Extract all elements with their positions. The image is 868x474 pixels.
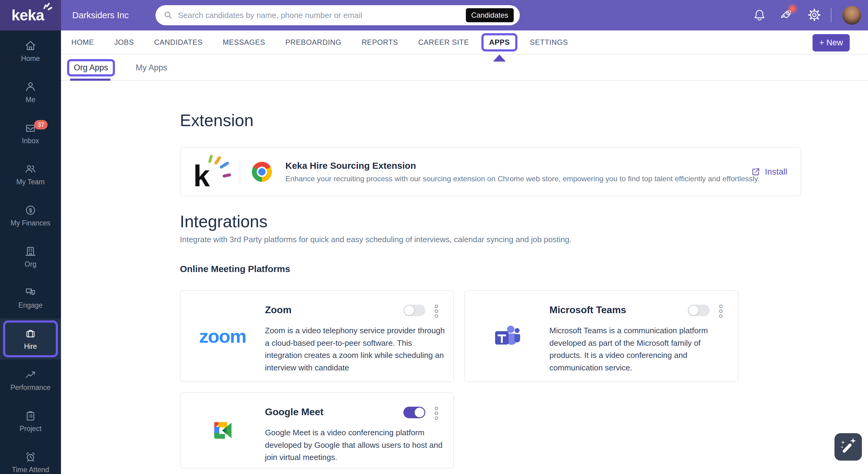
sourcing-extension-card: k Keka Hire Sourcing Extension Enhance y… [180, 147, 801, 196]
trend-up-icon [24, 369, 37, 381]
sidebar-item-engage[interactable]: Engage [0, 277, 61, 318]
magic-wand-icon [835, 434, 862, 460]
sidebar-item-time-attend[interactable]: Time Attend [0, 442, 61, 474]
home-icon [24, 40, 37, 52]
notifications-bell-icon[interactable] [752, 8, 767, 22]
meet-card-description: Google Meet is a video conferencing plat… [265, 427, 445, 464]
tab-home[interactable]: HOME [71, 38, 94, 46]
module-nav: HOME JOBS CANDIDATES MESSAGES PREBOARDIN… [61, 30, 868, 55]
whats-new-rocket-icon[interactable] [779, 8, 793, 22]
keka-hire-app: keka Darksiders Inc Candidates [0, 0, 868, 474]
building-icon [24, 245, 37, 258]
tab-reports[interactable]: REPORTS [362, 38, 398, 46]
briefcase-icon [24, 328, 37, 340]
online-meeting-platforms-heading: Online Meeting Platforms [180, 264, 290, 274]
search-icon [163, 10, 173, 20]
search-scope-badge[interactable]: Candidates [466, 8, 514, 22]
google-meet-logo [181, 393, 265, 468]
sidebar-item-org[interactable]: Org [0, 236, 61, 277]
tab-candidates[interactable]: CANDIDATES [154, 38, 203, 46]
main-content: Extension k Keka Hire Sourcing Extension… [61, 81, 868, 474]
tab-settings[interactable]: SETTINGS [530, 38, 568, 46]
magic-wand-fab[interactable] [834, 433, 862, 461]
external-link-icon [751, 167, 761, 177]
alarm-clock-icon [24, 451, 37, 463]
integration-card-google-meet: Google Meet Google Meet is a video confe… [180, 392, 454, 469]
svg-text:$: $ [29, 207, 32, 213]
extension-card-description: Enhance your recruiting process with our… [285, 174, 760, 183]
top-bar: keka Darksiders Inc Candidates [0, 0, 868, 30]
sidebar-item-performance[interactable]: Performance [0, 360, 61, 401]
zoom-logo: zoom [181, 291, 265, 381]
dollar-circle-icon: $ [24, 204, 37, 216]
extension-heading: Extension [180, 110, 254, 130]
rocket-notification-dot [789, 6, 795, 11]
zoom-card-title: Zoom [265, 304, 291, 315]
subtab-org-apps[interactable]: Org Apps [73, 55, 109, 80]
teams-more-options-icon[interactable] [719, 303, 722, 319]
sidebar: Home Me 37 Inbox My Team $ [0, 30, 61, 474]
extension-card-divider [240, 159, 240, 184]
meet-card-title: Google Meet [265, 406, 323, 418]
zoom-more-options-icon[interactable] [435, 303, 438, 319]
apps-pointer-triangle [493, 55, 506, 62]
teams-card-description: Microsoft Teams is a communication platf… [549, 325, 730, 374]
tab-career-site[interactable]: CAREER SITE [418, 38, 469, 46]
apps-subnav: Org Apps My Apps [61, 55, 868, 81]
zoom-card-description: Zoom is a video telephony service provid… [265, 325, 445, 374]
person-icon [24, 81, 37, 93]
integration-card-zoom: zoom Zoom Zoom is a video telephony serv… [180, 290, 454, 382]
tab-preboarding[interactable]: PREBOARDING [285, 38, 341, 46]
org-apps-active-underline [70, 78, 111, 81]
tab-messages[interactable]: MESSAGES [223, 38, 265, 46]
teams-card-title: Microsoft Teams [549, 304, 626, 315]
search-input[interactable] [178, 11, 466, 20]
teams-toggle[interactable] [688, 305, 710, 316]
new-button[interactable]: + New [812, 34, 850, 52]
meet-toggle[interactable] [403, 407, 425, 418]
keka-logo-sparks-icon [42, 2, 53, 12]
company-name: Darksiders Inc [72, 0, 129, 30]
install-button[interactable]: Install [751, 167, 787, 177]
sidebar-item-my-finances[interactable]: $ My Finances [0, 195, 61, 236]
topbar-divider [831, 8, 831, 22]
clipboard-icon [24, 410, 37, 422]
people-group-icon [24, 163, 37, 175]
inbox-unread-badge: 37 [34, 120, 48, 130]
tab-jobs[interactable]: JOBS [114, 38, 134, 46]
sidebar-item-me[interactable]: Me [0, 72, 61, 113]
keka-k-logo: k [193, 155, 232, 189]
sidebar-item-my-team[interactable]: My Team [0, 154, 61, 195]
global-search-bar[interactable]: Candidates [155, 5, 520, 25]
chrome-logo [252, 162, 272, 182]
chat-heart-icon [24, 286, 37, 299]
sidebar-item-hire[interactable]: Hire [0, 318, 61, 360]
keka-logo-text: keka [11, 7, 44, 24]
extension-card-title: Keka Hire Sourcing Extension [285, 161, 760, 171]
user-avatar[interactable] [842, 6, 861, 25]
sidebar-item-home[interactable]: Home [0, 30, 61, 72]
sidebar-item-inbox[interactable]: 37 Inbox [0, 113, 61, 154]
microsoft-teams-logo [465, 291, 549, 381]
keka-logo[interactable]: keka [0, 0, 61, 30]
sidebar-item-project[interactable]: Project [0, 401, 61, 442]
settings-gear-icon[interactable] [807, 8, 822, 22]
meet-more-options-icon[interactable] [435, 405, 438, 421]
zoom-toggle[interactable] [403, 305, 425, 316]
integrations-heading: Integrations [180, 212, 268, 231]
tab-apps[interactable]: APPS [489, 38, 510, 46]
integration-card-teams: Microsoft Teams Microsoft Teams is a com… [464, 290, 738, 382]
subtab-my-apps[interactable]: My Apps [136, 55, 167, 80]
integrations-subtitle: Integrate with 3rd Party platforms for q… [180, 235, 572, 244]
